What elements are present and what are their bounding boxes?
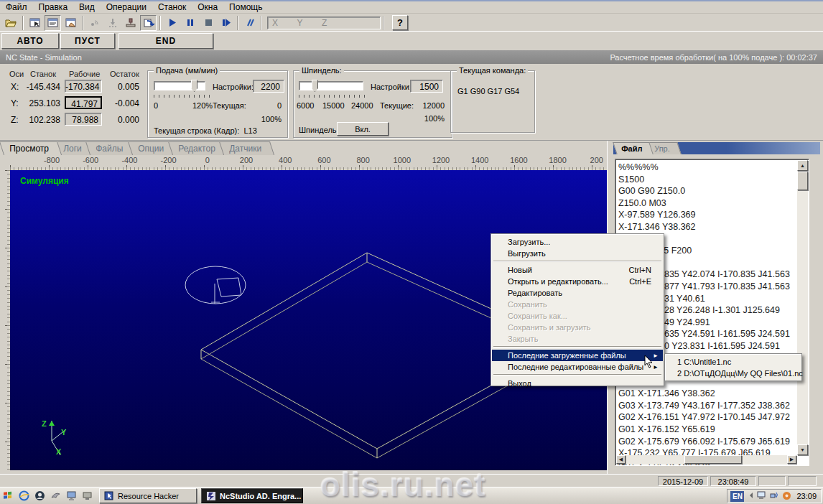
menu-5[interactable]: Окна xyxy=(192,1,223,13)
window-hand-icon[interactable] xyxy=(62,15,79,31)
nc-state-title: NC State - Simulation xyxy=(6,53,82,62)
xyz-coordinate-field[interactable]: X Y Z xyxy=(267,17,381,29)
skip-lines-icon[interactable] xyxy=(241,15,258,31)
stop-icon[interactable] xyxy=(200,15,216,31)
mode-button-авто[interactable]: АВТО xyxy=(1,33,59,49)
taskbar-task[interactable]: Resource Hacker xyxy=(99,488,197,503)
scroll-up-icon[interactable]: ▲ xyxy=(797,160,808,171)
menu-2[interactable]: Вид xyxy=(73,1,101,13)
pause-icon[interactable] xyxy=(182,15,198,31)
recent-file-item[interactable]: 2 D:\ОТцДОДцц\My QQ Files\01.nc xyxy=(666,368,801,379)
menu-4[interactable]: Станок xyxy=(152,1,192,13)
menu-item[interactable]: НовыйCtrl+N xyxy=(492,264,663,276)
menu-6[interactable]: Помощь xyxy=(223,1,268,13)
menu-item[interactable]: Сохранить как... xyxy=(492,310,663,322)
feed-current-label: Текущая: xyxy=(213,101,246,110)
mode-button-пуст[interactable]: ПУСТ xyxy=(60,33,115,49)
feed-title: Подача (мм/мин) xyxy=(154,66,220,75)
ie-icon[interactable] xyxy=(17,490,30,503)
tool-down-icon[interactable] xyxy=(104,15,121,31)
menu-item[interactable]: Сохранить xyxy=(492,299,663,310)
simulate-icon[interactable] xyxy=(140,15,157,31)
signal-point-icon[interactable] xyxy=(86,15,103,31)
spindle-scale-6000: 6000 xyxy=(297,101,314,110)
work-coord-box[interactable]: 78.988 xyxy=(65,113,102,126)
menu-3[interactable]: Операции xyxy=(101,1,152,13)
status-time: 23:08:49 xyxy=(710,476,756,486)
messenger-icon[interactable] xyxy=(33,490,46,503)
menu-item[interactable]: Закрыть xyxy=(492,333,663,345)
tray-eject-icon[interactable] xyxy=(782,491,791,502)
feed-current-value: 0 xyxy=(277,101,282,110)
gcode-line: G03 X-173.749 Y43.167 I-177.352 J38.362 xyxy=(618,400,797,412)
menu-item[interactable]: Последние загруженные файлы► xyxy=(492,350,663,361)
spindle-groupbox: Шпиндель: Настройки: 1500 6000 15000 240… xyxy=(293,70,452,138)
tool-plate-icon[interactable] xyxy=(122,15,139,31)
taskbar-task[interactable]: NcStudio AD. Engra... xyxy=(201,488,303,503)
toolbar-separator xyxy=(261,16,262,30)
taskbar: Resource HackerNcStudio AD. Engra... EN … xyxy=(0,487,823,504)
menu-item[interactable]: Загрузить... xyxy=(492,236,663,248)
scroll-left-icon[interactable]: ◀ xyxy=(616,455,626,464)
tools-icon[interactable] xyxy=(80,490,93,503)
recent-file-item[interactable]: 1 C:\Untitle1.nc xyxy=(666,356,801,368)
vertical-scroll-thumb[interactable] xyxy=(797,172,808,190)
play-icon[interactable] xyxy=(164,15,180,31)
gcode-line: G01 X-171.346 Y38.362 xyxy=(618,388,797,400)
spindle-on-button[interactable]: Вкл. xyxy=(337,122,389,136)
machining-time-info: Расчетное время обработки( на 100% подач… xyxy=(610,53,817,62)
start-flag-icon[interactable] xyxy=(1,490,14,503)
scroll-right-icon[interactable]: ▶ xyxy=(787,455,796,464)
step-icon[interactable] xyxy=(218,15,234,31)
desktop-icon[interactable] xyxy=(65,490,78,503)
vertical-scrollbar[interactable]: ▲ ▼ xyxy=(797,160,808,455)
mode-button-end[interactable]: END xyxy=(118,33,213,49)
axis-x-label: X xyxy=(56,447,61,456)
spindle-title: Шпиндель: xyxy=(299,66,344,75)
ruler-label: 200 xyxy=(240,156,253,164)
file-panel-tab-0[interactable]: Файл xyxy=(613,142,654,154)
taskbar-clock[interactable]: 23:09 xyxy=(796,492,817,500)
file-context-menu: Загрузить...ВыгрузитьНовыйCtrl+NОткрыть … xyxy=(490,233,664,386)
command-title: Текущая команда: xyxy=(457,66,528,75)
spindle-settings-value[interactable]: 1500 xyxy=(410,80,443,93)
tray-network-icon[interactable] xyxy=(770,491,779,501)
media-icon[interactable] xyxy=(49,490,62,503)
work-coord-box[interactable]: 41.797 xyxy=(65,96,102,109)
help-button[interactable]: ? xyxy=(392,15,408,30)
menu-item[interactable]: Редактировать xyxy=(492,287,663,299)
axis-label: Z: xyxy=(11,115,19,125)
menu-1[interactable]: Правка xyxy=(33,1,74,13)
feed-percent: 100% xyxy=(261,115,282,123)
coords-header-rest: Остаток xyxy=(110,70,139,78)
ruler-label: -600 xyxy=(83,156,98,164)
axis-y-label: Y xyxy=(61,428,66,437)
menu-item[interactable]: Сохранить и загрузить xyxy=(492,322,663,333)
language-indicator[interactable]: EN xyxy=(730,491,744,502)
menu-item[interactable]: Выгрузить xyxy=(492,248,663,259)
ruler-label: -400 xyxy=(121,156,137,164)
tab-датчики[interactable]: Датчики xyxy=(219,141,274,155)
status-cell xyxy=(758,476,786,486)
open-file-icon[interactable] xyxy=(3,15,19,31)
scroll-down-icon[interactable]: ▼ xyxy=(797,444,808,455)
horizontal-scrollbar[interactable]: ◀ ▶ xyxy=(616,455,796,465)
nc-state-bar: NC State - Simulation Расчетное время об… xyxy=(0,50,823,64)
tab-просмотр[interactable]: Просмотр xyxy=(0,141,62,155)
rest-coord: -0.004 xyxy=(106,98,139,108)
menu-item[interactable]: Последние редактированные файлы► xyxy=(492,361,663,373)
menu-item[interactable]: Выход xyxy=(492,378,663,389)
window-cursor-icon[interactable] xyxy=(27,15,43,31)
feed-slider[interactable] xyxy=(154,81,205,90)
feed-settings-value[interactable]: 2200 xyxy=(253,80,284,93)
toolbar-separator xyxy=(82,16,83,30)
tray-display-icon[interactable] xyxy=(757,491,767,501)
horizontal-scroll-thumb[interactable] xyxy=(684,455,742,464)
menu-item[interactable]: Открыть и редактировать...Ctrl+E xyxy=(492,276,663,287)
window-list-icon[interactable] xyxy=(45,15,61,31)
spindle-slider[interactable] xyxy=(299,81,363,90)
tray-expand-icon[interactable] xyxy=(749,492,754,500)
axis-label: X: xyxy=(11,82,19,92)
work-coord-box[interactable]: -170.384 xyxy=(65,80,102,93)
menu-0[interactable]: Файл xyxy=(0,1,33,13)
